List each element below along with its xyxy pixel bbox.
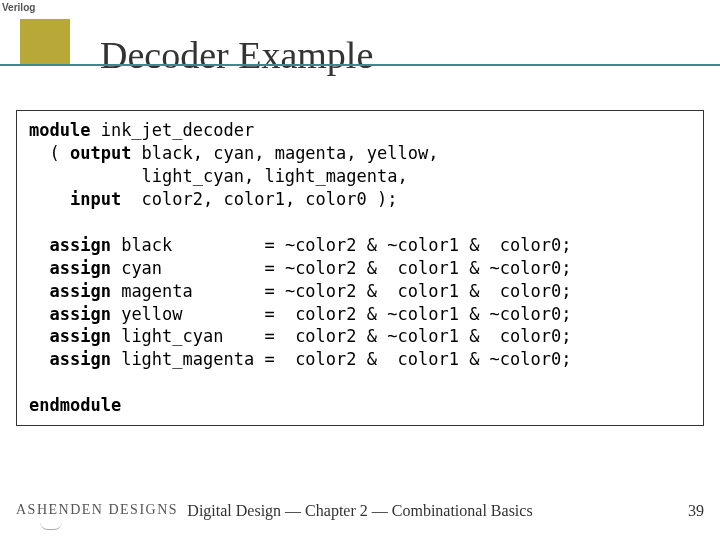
logo-underline [40, 522, 62, 530]
code-text: light_magenta = color2 & color1 & ~color… [111, 349, 572, 369]
title-accent-block [20, 19, 70, 64]
kw-endmodule: endmodule [29, 395, 121, 415]
kw-assign: assign [49, 349, 110, 369]
title-underline [0, 64, 720, 66]
code-text: ink_jet_decoder [90, 120, 254, 140]
code-block: module ink_jet_decoder ( output black, c… [16, 110, 704, 426]
code-text: color2, color1, color0 ); [121, 189, 397, 209]
kw-assign: assign [49, 326, 110, 346]
code-text: cyan = ~color2 & color1 & ~color0; [111, 258, 572, 278]
slide-title: Decoder Example [100, 33, 373, 77]
header-bar: Decoder Example [0, 18, 720, 68]
verilog-badge: Verilog [2, 2, 35, 13]
code-text: black, cyan, magenta, yellow, [131, 143, 438, 163]
page-number: 39 [688, 502, 704, 520]
kw-assign: assign [49, 235, 110, 255]
code-text: light_cyan = color2 & ~color1 & color0; [111, 326, 572, 346]
kw-assign: assign [49, 304, 110, 324]
kw-output: output [70, 143, 131, 163]
code-text [29, 189, 70, 209]
kw-input: input [70, 189, 121, 209]
kw-assign: assign [49, 281, 110, 301]
kw-module: module [29, 120, 90, 140]
code-text: magenta = ~color2 & color1 & color0; [111, 281, 572, 301]
footer-text: Digital Design — Chapter 2 — Combination… [0, 502, 720, 520]
code-text: yellow = color2 & ~color1 & ~color0; [111, 304, 572, 324]
code-text: black = ~color2 & ~color1 & color0; [111, 235, 572, 255]
code-text: ( [29, 143, 70, 163]
code-text: light_cyan, light_magenta, [29, 166, 408, 186]
kw-assign: assign [49, 258, 110, 278]
